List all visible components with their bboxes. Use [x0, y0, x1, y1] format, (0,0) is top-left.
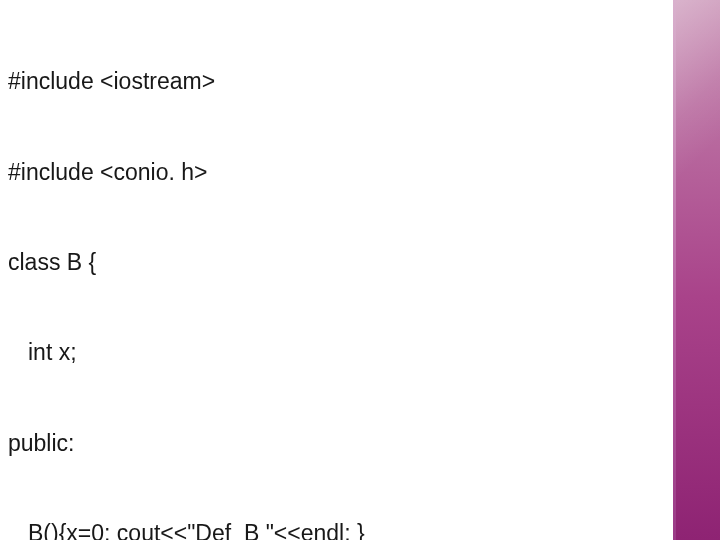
- code-line: B(){x=0; cout<<"Def_B "<<endl; }: [8, 518, 660, 540]
- code-line: #include <iostream>: [8, 66, 660, 96]
- side-accent-strip: [676, 0, 720, 540]
- code-line: int x;: [8, 337, 660, 367]
- slide-root: { "code": { "lines": [ {"indent":0,"text…: [0, 0, 720, 540]
- code-line: #include <conio. h>: [8, 157, 660, 187]
- code-line: class B {: [8, 247, 660, 277]
- code-block: #include <iostream> #include <conio. h> …: [8, 6, 660, 540]
- code-line: public:: [8, 428, 660, 458]
